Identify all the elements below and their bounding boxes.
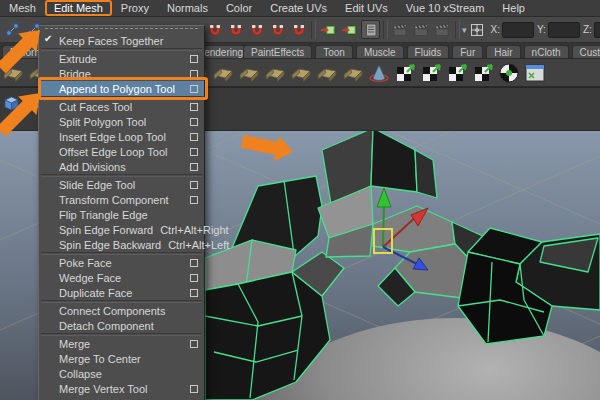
menu-item-detach-component[interactable]: Detach Component [39,318,204,333]
menu-item-spin-edge-forward[interactable]: Spin Edge ForwardCtrl+Alt+Right [39,222,204,237]
menu-item-merge-edge-tool[interactable]: Merge Edge Tool [39,396,204,400]
option-box-icon[interactable] [190,196,198,204]
option-box-icon[interactable] [190,103,198,111]
shelf-button-poly[interactable] [288,60,314,86]
menu-item-offset-edge-loop-tool[interactable]: Offset Edge Loop Tool [39,144,204,159]
menu-item-slide-edge-tool[interactable]: Slide Edge Tool [39,177,204,192]
inout-icon[interactable] [319,20,338,39]
shelf-button-poly[interactable] [340,60,366,86]
main-menubar: MeshEdit MeshProxyNormalsColorCreate UVs… [0,0,600,17]
toolbar-separator [311,21,316,39]
shelf-tab-fur[interactable]: Fur [452,45,483,59]
shelf-button-uv[interactable] [470,60,496,86]
menu-item-bridge[interactable]: Bridge [39,66,204,81]
edit-mesh-dropdown-menu: ✔Keep Faces TogetherExtrudeBridgeAppend … [38,25,205,400]
shelf-button-uv[interactable] [418,60,444,86]
menu-item-duplicate-face[interactable]: Duplicate Face [39,285,204,300]
shelf-tab-custom[interactable]: Custom [572,45,600,59]
menu-item-transform-component[interactable]: Transform Component [39,192,204,207]
option-box-icon[interactable] [190,163,198,171]
menubar-item-vue-10-xstream[interactable]: Vue 10 xStream [397,1,493,15]
option-box-icon[interactable] [190,385,198,393]
menu-item-poke-face[interactable]: Poke Face [39,255,204,270]
shelf-tab-muscle[interactable]: Muscle [356,45,404,59]
shelf-button-poly[interactable] [262,60,288,86]
clapper-icon[interactable] [391,20,410,39]
menu-item-append-to-polygon-tool[interactable]: Append to Polygon Tool [39,81,204,96]
manip-y-axis[interactable] [383,201,384,247]
menubar-item-help[interactable]: Help [493,1,534,15]
menubar-item-mesh[interactable]: Mesh [0,1,45,15]
magnet-icon[interactable] [205,20,224,39]
history-icon[interactable] [361,20,380,39]
menu-item-cut-faces-tool[interactable]: Cut Faces Tool [39,99,204,114]
menu-item-extrude[interactable]: Extrude [39,51,204,66]
option-box-icon[interactable] [190,289,198,297]
selection-mask-icon[interactable] [468,20,487,39]
option-box-icon[interactable] [190,70,198,78]
option-box-icon[interactable] [190,259,198,267]
menu-item-merge-vertex-tool[interactable]: Merge Vertex Tool [39,381,204,396]
option-box-icon[interactable] [190,133,198,141]
menu-item-add-divisions[interactable]: Add Divisions [39,159,204,174]
menubar-item-create-uvs[interactable]: Create UVs [261,1,336,15]
option-box-icon[interactable] [190,55,198,63]
menubar-item-edit-uvs[interactable]: Edit UVs [336,1,397,15]
option-box-icon[interactable] [190,340,198,348]
shelf-button-uvwheel[interactable] [496,60,522,86]
shelf-tab-painteffects[interactable]: PaintEffects [243,45,312,59]
shelf-tab-fluids[interactable]: Fluids [407,45,450,59]
shelf-tab-hair[interactable]: Hair [486,45,520,59]
coord-input-x[interactable] [502,22,534,38]
menubar-item-edit-mesh[interactable]: Edit Mesh [45,1,112,15]
clapper-icon[interactable] [412,20,431,39]
menu-item-flip-triangle-edge[interactable]: Flip Triangle Edge [39,207,204,222]
coord-input-z[interactable] [594,22,600,38]
magnet-icon[interactable] [268,20,287,39]
menubar-item-proxy[interactable]: Proxy [112,1,158,15]
shelf-button-uv[interactable] [444,60,470,86]
shelf-button-uv[interactable] [392,60,418,86]
menu-item-wedge-face[interactable]: Wedge Face [39,270,204,285]
shelf-button-poly[interactable] [0,60,26,86]
menubar-item-normals[interactable]: Normals [158,1,217,15]
menu-item-insert-edge-loop-tool[interactable]: Insert Edge Loop Tool [39,129,204,144]
shelf-tab-ncloth[interactable]: nCloth [524,45,569,59]
magnet-icon[interactable] [289,20,308,39]
chevron-down-icon[interactable]: ▾ [462,25,467,35]
option-box-icon[interactable] [190,274,198,282]
menu-item-label: Wedge Face [59,272,121,284]
menu-item-label: Offset Edge Loop Tool [59,146,167,158]
magnet-icon[interactable] [247,20,266,39]
node-icon[interactable] [3,20,22,39]
menu-item-label: Cut Faces Tool [59,101,132,113]
cube-icon[interactable] [2,94,21,117]
clapper-icon[interactable] [433,20,452,39]
inout-icon[interactable] [340,20,359,39]
menu-item-label: Flip Triangle Edge [59,209,148,221]
shelf-button-poly[interactable] [210,60,236,86]
menu-item-label: Keep Faces Together [59,35,163,47]
shelf-button-poly[interactable] [236,60,262,86]
coord-input-y[interactable] [548,22,580,38]
shelf-button-win[interactable] [522,60,548,86]
menubar-item-color[interactable]: Color [217,1,261,15]
option-box-icon[interactable] [190,85,198,93]
menu-item-spin-edge-backward[interactable]: Spin Edge BackwardCtrl+Alt+Left [39,237,204,252]
menu-item-keep-faces-together[interactable]: ✔Keep Faces Together [39,33,204,48]
menu-tearoff-handle[interactable] [45,28,198,32]
coord-label-z: Z: [583,24,592,35]
menu-item-collapse[interactable]: Collapse [39,366,204,381]
option-box-icon[interactable] [190,118,198,126]
shelf-button-cone[interactable] [366,60,392,86]
menu-item-connect-components[interactable]: Connect Components [39,303,204,318]
menu-item-label: Spin Edge Backward [59,239,161,251]
shelf-tab-toon[interactable]: Toon [315,45,353,59]
shelf-button-poly[interactable] [314,60,340,86]
menu-item-split-polygon-tool[interactable]: Split Polygon Tool [39,114,204,129]
option-box-icon[interactable] [190,148,198,156]
menu-item-merge-to-center[interactable]: Merge To Center [39,351,204,366]
option-box-icon[interactable] [190,181,198,189]
magnet-icon[interactable] [226,20,245,39]
menu-item-merge[interactable]: Merge [39,336,204,351]
